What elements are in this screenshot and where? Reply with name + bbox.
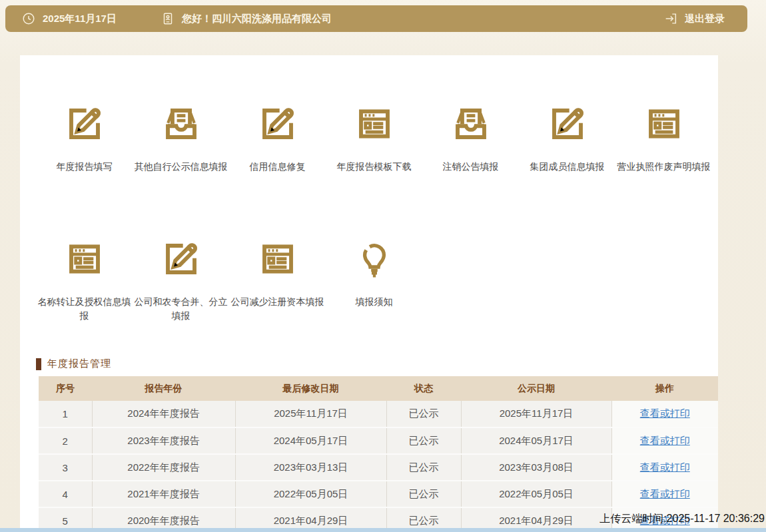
annual-report-table: 序号报告年份最后修改日期状态公示日期操作 1 2024年年度报告 2025年11…: [39, 376, 718, 532]
feature-label: 填报须知: [356, 295, 393, 309]
section-title: 年度报告管理: [47, 358, 111, 370]
cell-action: 查看或打印: [611, 427, 718, 454]
feature-item[interactable]: 集团成员信息填报: [519, 97, 615, 174]
greeting-text: 您好！四川六阳洗涤用品有限公司: [182, 13, 332, 25]
feature-label: 信用信息修复: [250, 160, 306, 174]
edit-icon: [541, 97, 594, 150]
feature-label: 其他自行公示信息填报: [135, 160, 228, 174]
cell-report-year: 2023年年度报告: [92, 427, 235, 454]
cell-last-modified: 2023年03月13日: [235, 454, 386, 481]
edit-icon: [251, 97, 304, 150]
view-print-link[interactable]: 查看或打印: [640, 488, 690, 499]
cell-index: 2: [39, 427, 92, 454]
main-card: 年度报告填写 其他自行公示信息填报 信用信息修复 年度报告模板下载 注销公告填报…: [20, 55, 718, 532]
cell-status: 已公示: [386, 454, 461, 481]
edit-icon: [155, 232, 208, 286]
feature-label: 公司和农专合并、分立填报: [133, 295, 229, 323]
cell-publish-date: 2024年05月17日: [461, 427, 611, 454]
id-card-icon: [161, 11, 175, 26]
cell-status: 已公示: [386, 481, 461, 507]
feature-label: 年度报告填写: [57, 160, 113, 174]
cell-status: 已公示: [386, 401, 461, 427]
feature-item[interactable]: 年度报告模板下载: [326, 97, 422, 174]
inbox-icon: [444, 97, 498, 150]
table-row: 2 2023年年度报告 2024年05月17日 已公示 2024年05月17日 …: [39, 427, 718, 454]
feature-label: 集团成员信息填报: [530, 160, 605, 174]
edit-icon: [58, 97, 111, 150]
feature-item[interactable]: 公司减少注册资本填报: [229, 232, 326, 323]
column-header: 报告年份: [92, 376, 235, 401]
browser-icon: [348, 97, 401, 150]
logout-label: 退出登录: [685, 13, 725, 25]
cell-last-modified: 2025年11月17日: [235, 401, 386, 427]
section-header: 年度报告管理: [36, 358, 718, 370]
cell-last-modified: 2024年05月17日: [235, 427, 386, 454]
cell-index: 3: [39, 454, 92, 481]
cell-publish-date: 2025年11月17日: [461, 401, 611, 427]
user-group: 您好！四川六阳洗涤用品有限公司: [161, 11, 332, 26]
table-header-row: 序号报告年份最后修改日期状态公示日期操作: [39, 376, 718, 401]
view-print-link[interactable]: 查看或打印: [640, 435, 690, 446]
date-group: 2025年11月17日: [21, 11, 117, 26]
cell-last-modified: 2022年05月05日: [235, 481, 386, 507]
cell-publish-date: 2023年03月08日: [461, 454, 611, 481]
cell-action: 查看或打印: [611, 454, 718, 481]
column-header: 序号: [39, 376, 92, 401]
browser-icon: [637, 97, 691, 150]
logout-button[interactable]: 退出登录: [663, 11, 725, 26]
cell-publish-date: 2022年05月05日: [461, 481, 611, 507]
logout-icon: [663, 11, 678, 26]
feature-item[interactable]: 填报须知: [326, 232, 422, 323]
upload-timestamp-watermark: 上传云端时间:2025-11-17 20:36:29: [599, 512, 765, 526]
cell-action: 查看或打印: [611, 481, 718, 507]
view-print-link[interactable]: 查看或打印: [640, 461, 690, 473]
feature-item[interactable]: 年度报告填写: [36, 97, 133, 174]
cell-report-year: 2021年年度报告: [92, 481, 235, 507]
clock-icon: [21, 11, 36, 26]
table-row: 4 2021年年度报告 2022年05月05日 已公示 2022年05月05日 …: [39, 481, 718, 507]
feature-label: 公司减少注册资本填报: [231, 295, 324, 309]
feature-label: 注销公告填报: [443, 160, 499, 174]
cell-status: 已公示: [386, 427, 461, 454]
view-print-link[interactable]: 查看或打印: [640, 407, 690, 419]
browser-icon: [58, 232, 111, 286]
feature-item[interactable]: 信用信息修复: [229, 97, 326, 174]
cell-index: 1: [39, 401, 92, 427]
feature-label: 名称转让及授权信息填报: [36, 295, 133, 323]
column-header: 最后修改日期: [235, 376, 386, 401]
feature-item[interactable]: 其他自行公示信息填报: [133, 97, 229, 174]
cell-action: 查看或打印: [611, 401, 718, 427]
feature-grid-row1: 年度报告填写 其他自行公示信息填报 信用信息修复 年度报告模板下载 注销公告填报…: [20, 97, 718, 174]
feature-label: 营业执照作废声明填报: [617, 160, 711, 174]
cell-index: 4: [39, 481, 92, 507]
table-row: 1 2024年年度报告 2025年11月17日 已公示 2025年11月17日 …: [39, 401, 718, 427]
browser-icon: [251, 232, 304, 286]
inbox-icon: [155, 97, 208, 150]
feature-item[interactable]: 营业执照作废声明填报: [615, 97, 712, 174]
feature-item[interactable]: 名称转让及授权信息填报: [36, 232, 133, 323]
cell-report-year: 2022年年度报告: [92, 454, 235, 481]
column-header: 公示日期: [461, 376, 611, 401]
bulb-icon: [348, 232, 401, 286]
column-header: 操作: [611, 376, 718, 401]
feature-item[interactable]: 公司和农专合并、分立填报: [133, 232, 229, 323]
bottom-edge-strip: [0, 528, 766, 532]
column-header: 状态: [386, 376, 461, 401]
feature-grid-row2: 名称转让及授权信息填报 公司和农专合并、分立填报 公司减少注册资本填报 填报须知: [20, 232, 718, 323]
top-bar: 2025年11月17日 您好！四川六阳洗涤用品有限公司 退出登录: [5, 5, 747, 32]
table-row: 3 2022年年度报告 2023年03月13日 已公示 2023年03月08日 …: [39, 454, 718, 481]
cell-report-year: 2024年年度报告: [92, 401, 235, 427]
current-date: 2025年11月17日: [43, 13, 117, 25]
section-bar-icon: [36, 358, 41, 370]
feature-label: 年度报告模板下载: [337, 160, 412, 174]
feature-item[interactable]: 注销公告填报: [422, 97, 519, 174]
